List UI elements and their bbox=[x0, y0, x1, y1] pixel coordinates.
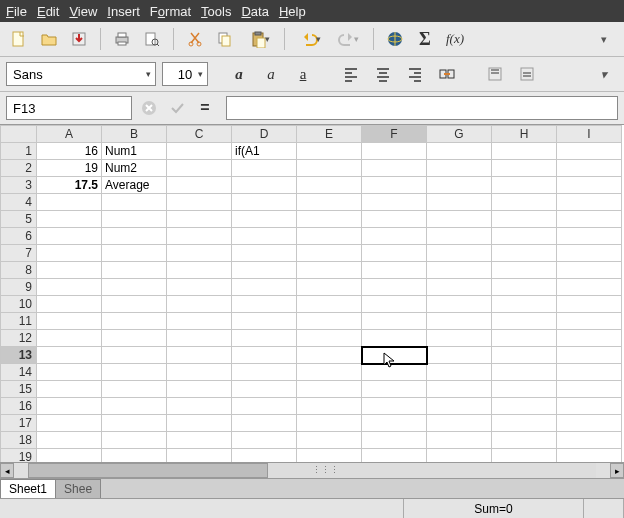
cell-A7[interactable] bbox=[37, 245, 102, 262]
font-size-combo[interactable]: 10▾ bbox=[162, 62, 208, 86]
cell-C14[interactable] bbox=[167, 364, 232, 381]
row-header-15[interactable]: 15 bbox=[1, 381, 37, 398]
cell-H9[interactable] bbox=[492, 279, 557, 296]
cell-B16[interactable] bbox=[102, 398, 167, 415]
row-header-4[interactable]: 4 bbox=[1, 194, 37, 211]
menu-view[interactable]: View bbox=[69, 4, 97, 19]
menu-insert[interactable]: Insert bbox=[107, 4, 140, 19]
cell-G1[interactable] bbox=[427, 143, 492, 160]
cell-F10[interactable] bbox=[362, 296, 427, 313]
cell-F11[interactable] bbox=[362, 313, 427, 330]
cell-I16[interactable] bbox=[557, 398, 622, 415]
col-header-B[interactable]: B bbox=[102, 126, 167, 143]
accept-icon[interactable] bbox=[166, 97, 188, 119]
row-header-5[interactable]: 5 bbox=[1, 211, 37, 228]
cell-G7[interactable] bbox=[427, 245, 492, 262]
cell-H10[interactable] bbox=[492, 296, 557, 313]
cell-C10[interactable] bbox=[167, 296, 232, 313]
col-header-D[interactable]: D bbox=[232, 126, 297, 143]
cell-H4[interactable] bbox=[492, 194, 557, 211]
col-header-I[interactable]: I bbox=[557, 126, 622, 143]
cell-B11[interactable] bbox=[102, 313, 167, 330]
hyperlink-icon[interactable] bbox=[382, 26, 408, 52]
cell-H1[interactable] bbox=[492, 143, 557, 160]
cell-D14[interactable] bbox=[232, 364, 297, 381]
overflow-icon[interactable]: ▾ bbox=[592, 26, 618, 52]
cell-A4[interactable] bbox=[37, 194, 102, 211]
menu-tools[interactable]: Tools bbox=[201, 4, 231, 19]
cancel-icon[interactable] bbox=[138, 97, 160, 119]
cell-I7[interactable] bbox=[557, 245, 622, 262]
cell-A2[interactable]: 19 bbox=[37, 160, 102, 177]
cell-G9[interactable] bbox=[427, 279, 492, 296]
row-header-12[interactable]: 12 bbox=[1, 330, 37, 347]
cell-H8[interactable] bbox=[492, 262, 557, 279]
cell-C17[interactable] bbox=[167, 415, 232, 432]
col-header-A[interactable]: A bbox=[37, 126, 102, 143]
cell-C9[interactable] bbox=[167, 279, 232, 296]
cell-D10[interactable] bbox=[232, 296, 297, 313]
cell-D12[interactable] bbox=[232, 330, 297, 347]
cell-E19[interactable] bbox=[297, 449, 362, 463]
cell-I12[interactable] bbox=[557, 330, 622, 347]
cell-I6[interactable] bbox=[557, 228, 622, 245]
row-header-7[interactable]: 7 bbox=[1, 245, 37, 262]
cell-H5[interactable] bbox=[492, 211, 557, 228]
row-header-14[interactable]: 14 bbox=[1, 364, 37, 381]
print-icon[interactable] bbox=[109, 26, 135, 52]
cell-B19[interactable] bbox=[102, 449, 167, 463]
cell-I8[interactable] bbox=[557, 262, 622, 279]
cell-F15[interactable] bbox=[362, 381, 427, 398]
cell-D1[interactable]: if(A1 bbox=[232, 143, 297, 160]
select-all-corner[interactable] bbox=[1, 126, 37, 143]
cell-G12[interactable] bbox=[427, 330, 492, 347]
cell-E3[interactable] bbox=[297, 177, 362, 194]
formula-input[interactable] bbox=[226, 96, 618, 120]
cell-B13[interactable] bbox=[102, 347, 167, 364]
cell-A10[interactable] bbox=[37, 296, 102, 313]
cut-icon[interactable] bbox=[182, 26, 208, 52]
new-doc-icon[interactable] bbox=[6, 26, 32, 52]
cell-B7[interactable] bbox=[102, 245, 167, 262]
cell-A6[interactable] bbox=[37, 228, 102, 245]
cell-F19[interactable] bbox=[362, 449, 427, 463]
cell-G15[interactable] bbox=[427, 381, 492, 398]
cell-C4[interactable] bbox=[167, 194, 232, 211]
menu-format[interactable]: Format bbox=[150, 4, 191, 19]
cell-H19[interactable] bbox=[492, 449, 557, 463]
cell-B8[interactable] bbox=[102, 262, 167, 279]
scroll-right-icon[interactable]: ▸ bbox=[610, 463, 624, 478]
cell-H7[interactable] bbox=[492, 245, 557, 262]
row-header-13[interactable]: 13 bbox=[1, 347, 37, 364]
cell-I19[interactable] bbox=[557, 449, 622, 463]
cell-D8[interactable] bbox=[232, 262, 297, 279]
equals-icon[interactable]: = bbox=[194, 97, 216, 119]
cell-A19[interactable] bbox=[37, 449, 102, 463]
row-header-18[interactable]: 18 bbox=[1, 432, 37, 449]
cell-C2[interactable] bbox=[167, 160, 232, 177]
col-header-G[interactable]: G bbox=[427, 126, 492, 143]
cell-C3[interactable] bbox=[167, 177, 232, 194]
cell-G18[interactable] bbox=[427, 432, 492, 449]
cell-I13[interactable] bbox=[557, 347, 622, 364]
cell-reference-box[interactable]: F13 bbox=[6, 96, 132, 120]
cell-C18[interactable] bbox=[167, 432, 232, 449]
cell-E8[interactable] bbox=[297, 262, 362, 279]
cell-D18[interactable] bbox=[232, 432, 297, 449]
tab-sheet2[interactable]: Shee bbox=[55, 479, 101, 498]
cell-I1[interactable] bbox=[557, 143, 622, 160]
align-right-icon[interactable] bbox=[402, 61, 428, 87]
cell-D13[interactable] bbox=[232, 347, 297, 364]
undo-icon[interactable]: ▾ bbox=[293, 26, 327, 52]
bold-icon[interactable]: a bbox=[226, 61, 252, 87]
row-header-16[interactable]: 16 bbox=[1, 398, 37, 415]
cell-I14[interactable] bbox=[557, 364, 622, 381]
cell-C6[interactable] bbox=[167, 228, 232, 245]
cell-B15[interactable] bbox=[102, 381, 167, 398]
cell-H14[interactable] bbox=[492, 364, 557, 381]
cell-D9[interactable] bbox=[232, 279, 297, 296]
cell-H18[interactable] bbox=[492, 432, 557, 449]
cell-A3[interactable]: 17.5 bbox=[37, 177, 102, 194]
menu-help[interactable]: Help bbox=[279, 4, 306, 19]
cell-E16[interactable] bbox=[297, 398, 362, 415]
